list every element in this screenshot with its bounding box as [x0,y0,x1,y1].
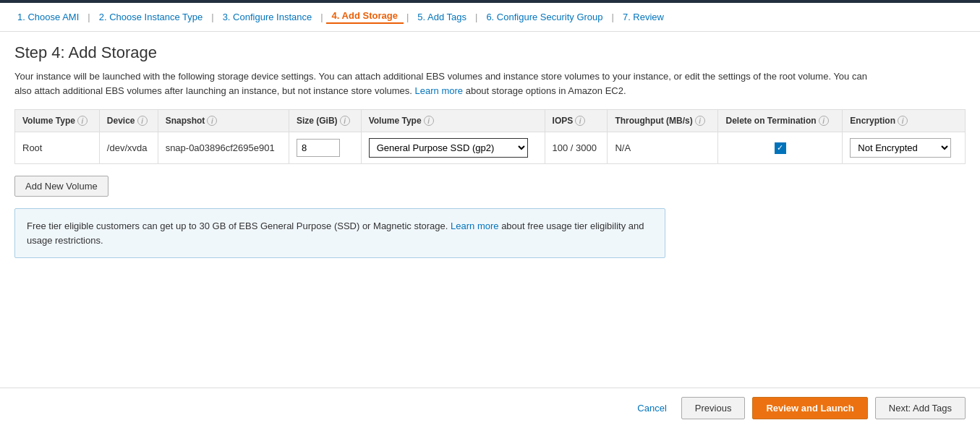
row-0-volume-type: Root [15,132,100,164]
size-info-icon[interactable]: i [340,116,350,126]
row-0-size-input[interactable] [297,139,340,157]
storage-table: Volume Type i Device i Snapshot i [14,109,966,164]
row-0-volume-type-select-cell[interactable]: General Purpose SSD (gp2) [361,132,545,164]
throughput-info-icon[interactable]: i [695,116,705,126]
volume-type-info-icon[interactable]: i [77,116,88,126]
col-header-device: Device i [99,110,158,132]
free-tier-info-box: Free tier eligible customers can get up … [14,208,665,258]
step-configure-security-group[interactable]: 6. Configure Security Group [480,12,608,22]
review-and-launch-button[interactable]: Review and Launch [752,397,867,419]
step-separator-1: | [85,12,93,22]
encryption-info-icon[interactable]: i [898,116,908,126]
row-0-throughput: N/A [608,132,718,164]
step-choose-ami[interactable]: 1. Choose AMI [12,12,85,22]
wizard-steps: 1. Choose AMI | 2. Choose Instance Type … [0,3,980,32]
row-0-volume-type-select[interactable]: General Purpose SSD (gp2) [369,138,528,158]
cancel-button[interactable]: Cancel [630,398,673,418]
step-choose-instance-type[interactable]: 2. Choose Instance Type [93,12,209,22]
add-new-volume-button[interactable]: Add New Volume [14,176,108,197]
col-header-volume-type: Volume Type i [15,110,100,132]
page-description: Your instance will be launched with the … [14,69,882,98]
row-0-iops: 100 / 3000 [545,132,608,164]
row-0-delete-on-termination-cell[interactable]: ✓ [718,132,843,164]
description-text-2: about storage options in Amazon EC2. [466,85,626,96]
col-header-snapshot: Snapshot i [158,110,289,132]
iops-info-icon[interactable]: i [575,116,585,126]
row-0-encryption-cell[interactable]: Not Encrypted [843,132,966,164]
step-separator-4: | [404,12,412,22]
step-configure-instance[interactable]: 3. Configure Instance [217,12,318,22]
previous-button[interactable]: Previous [681,397,746,419]
step-separator-3: | [318,12,325,22]
row-0-device: /dev/xvda [99,132,158,164]
col-header-throughput: Throughput (MB/s) i [608,110,718,132]
volume-type-col-info-icon[interactable]: i [424,116,434,126]
next-add-tags-button[interactable]: Next: Add Tags [875,397,966,419]
col-header-size: Size (GiB) i [289,110,361,132]
table-header-row: Volume Type i Device i Snapshot i [15,110,966,132]
step-separator-2: | [208,12,216,22]
col-header-iops: IOPS i [545,110,608,132]
learn-more-link-1[interactable]: Learn more [415,85,463,96]
step-separator-5: | [472,12,480,22]
step-separator-6: | [609,12,617,22]
step-add-tags[interactable]: 5. Add Tags [412,12,472,22]
col-header-volume-type-col: Volume Type i [361,110,545,132]
col-header-encryption: Encryption i [843,110,966,132]
row-0-delete-on-termination-checkbox[interactable]: ✓ [775,142,786,154]
table-row: Root/dev/xvdasnap-0a03896cf2695e901Gener… [15,132,966,164]
device-info-icon[interactable]: i [137,116,148,126]
main-content: Step 4: Add Storage Your instance will b… [0,32,980,388]
delete-on-termination-info-icon[interactable]: i [819,116,829,126]
snapshot-info-icon[interactable]: i [207,116,217,126]
step-review[interactable]: 7. Review [617,12,670,22]
step-add-storage[interactable]: 4. Add Storage [326,10,404,24]
info-box-text-1: Free tier eligible customers can get up … [27,221,448,231]
free-tier-learn-more-link[interactable]: Learn more [451,221,498,231]
row-0-size[interactable] [289,132,361,164]
row-0-snapshot: snap-0a03896cf2695e901 [158,132,289,164]
row-0-encryption-select[interactable]: Not Encrypted [850,138,951,158]
col-header-delete-on-termination: Delete on Termination i [718,110,843,132]
page-title: Step 4: Add Storage [14,43,966,62]
footer: Cancel Previous Review and Launch Next: … [0,388,980,428]
